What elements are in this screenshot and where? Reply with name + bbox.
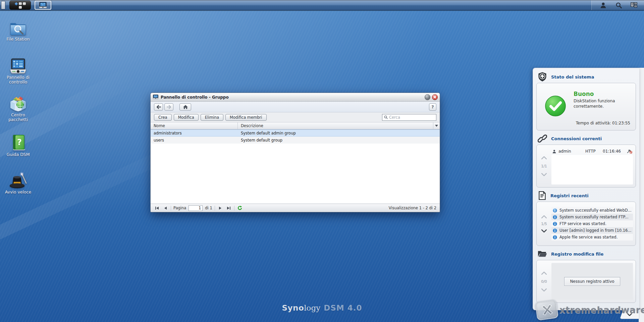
search-icon <box>615 2 622 9</box>
delete-button[interactable]: Elimina <box>201 114 223 121</box>
back-button[interactable] <box>154 103 163 111</box>
page-input[interactable] <box>189 205 203 211</box>
divider <box>171 206 171 211</box>
prev-page-button[interactable] <box>162 205 168 211</box>
page-up-button[interactable] <box>541 272 547 275</box>
log-row[interactable]: System successfully enabled WebD... <box>551 207 633 214</box>
desktop-icon-dsm-help[interactable]: ? Guida DSM <box>0 134 36 157</box>
user-menu-button[interactable] <box>596 1 610 10</box>
taskbar-item-control-panel[interactable] <box>35 1 51 10</box>
window-actionbar: Crea Modifica Elimina Modifica membri <box>151 112 440 122</box>
menu-square-icon <box>23 2 26 5</box>
page-up-button[interactable] <box>541 215 547 218</box>
edit-button[interactable]: Modifica <box>174 114 199 121</box>
home-button[interactable] <box>179 103 191 111</box>
pagination-bar: Pagina di 1 Visualizzazione <box>151 204 440 212</box>
disconnect-icon[interactable] <box>627 149 632 154</box>
first-page-button[interactable] <box>154 205 160 211</box>
edit-members-button[interactable]: Modifica membri <box>225 114 266 121</box>
log-row[interactable]: Apple file service was started. <box>551 234 633 240</box>
connections-empty-area <box>551 155 633 184</box>
divider <box>215 206 215 211</box>
refresh-button[interactable] <box>237 205 243 211</box>
section-recent-logs: Registri recenti <box>536 190 636 202</box>
search-box[interactable] <box>382 114 436 121</box>
file-station-icon <box>9 19 27 36</box>
file-change-log-card: 0/0 Nessun registro attivo <box>536 260 636 303</box>
log-row[interactable]: System successfully restarted FTP... <box>551 214 633 220</box>
page-label: Pagina <box>173 206 186 210</box>
logs-pager: 1/5 <box>541 222 547 226</box>
link-icon <box>538 134 547 143</box>
log-text: Apple file service was started. <box>559 235 618 239</box>
page-down-button[interactable] <box>541 229 547 232</box>
main-menu-button[interactable] <box>9 1 31 10</box>
desktop-icon-control-panel[interactable]: Pannello di controllo <box>0 57 36 85</box>
system-health-card: Buono DiskStation funziona correttamente… <box>536 83 636 130</box>
forward-arrow-icon <box>167 105 171 109</box>
next-page-button[interactable] <box>217 205 223 211</box>
table-row[interactable]: users System default group <box>151 137 440 144</box>
pagination-status: Visualizzazione 1 - 2 di 2 <box>389 206 436 210</box>
cell-nome: administrators <box>151 131 238 136</box>
taskbar-right-tray <box>591 0 644 10</box>
page-of-label: di 1 <box>205 206 212 210</box>
log-document-icon <box>538 191 546 200</box>
shield-icon <box>538 72 547 82</box>
show-desktop-button[interactable] <box>1 1 5 9</box>
log-row[interactable]: FTP service was started. <box>551 220 633 227</box>
log-list: System successfully enabled WebD... Syst… <box>551 202 636 246</box>
connections-list: admin HTTP 01:16:46 <box>551 145 636 187</box>
connections-pager: 1/1 <box>541 164 547 168</box>
top-taskbar <box>0 0 644 10</box>
page-up-button[interactable] <box>541 156 547 159</box>
desktop-icon-label: Centro pacchetti <box>3 113 34 122</box>
page-down-button[interactable] <box>541 288 547 291</box>
window-title: Pannello di controllo - Gruppo <box>161 95 229 100</box>
last-page-button[interactable] <box>226 205 232 211</box>
desktop: File Station Pannello di controllo <box>0 0 644 322</box>
panel-edge-strip <box>639 68 644 322</box>
log-text: System successfully restarted FTP... <box>559 215 629 219</box>
pilot-view-button[interactable] <box>627 1 641 10</box>
health-status: Buono <box>574 91 594 97</box>
no-active-log-button[interactable]: Nessun registro attivo <box>564 277 620 286</box>
desktop-icon-package-center[interactable]: Centro pacchetti <box>0 95 36 122</box>
file-log-empty-area: Nessun registro attivo <box>551 263 633 300</box>
table-header: Nome Descrizione <box>151 122 440 129</box>
forward-button[interactable] <box>164 103 173 111</box>
log-row[interactable]: User [admin] logged in from [10.16... <box>551 227 633 234</box>
window-titlebar[interactable]: Pannello di controllo - Gruppo <box>151 93 440 102</box>
column-menu-button[interactable] <box>433 122 440 129</box>
home-icon <box>183 105 188 109</box>
connections-card: 1/1 admin HTTP 01:16:46 <box>536 145 636 187</box>
section-title: Registri recenti <box>550 193 589 198</box>
minimize-button[interactable] <box>425 94 430 100</box>
create-button[interactable]: Crea <box>154 114 172 121</box>
connection-user: admin <box>558 149 583 154</box>
chevron-down-icon <box>435 125 438 127</box>
section-connections: Connessioni correnti <box>536 132 636 145</box>
search-button[interactable] <box>612 1 625 10</box>
next-page-icon <box>219 206 222 210</box>
table-row[interactable]: administrators System default admin grou… <box>151 129 440 137</box>
search-input[interactable] <box>389 115 434 120</box>
user-icon <box>600 2 607 9</box>
desktop-icon-quick-start[interactable]: Avvio veloce <box>0 172 36 195</box>
help-button[interactable]: ? <box>429 103 436 111</box>
section-title: Connessioni correnti <box>551 136 602 141</box>
refresh-icon <box>237 206 242 210</box>
close-button[interactable] <box>432 94 438 100</box>
panel-collapse-tab[interactable] <box>620 310 639 319</box>
window-control-panel-group: Pannello di controllo - Gruppo <box>151 93 440 212</box>
page-down-button[interactable] <box>541 173 547 176</box>
connection-protocol: HTTP <box>585 149 601 154</box>
dsm-help-icon: ? <box>10 134 26 151</box>
close-icon <box>432 94 438 100</box>
connection-row[interactable]: admin HTTP 01:16:46 <box>551 148 633 155</box>
column-header-descrizione[interactable]: Descrizione <box>238 122 433 129</box>
cell-descrizione: System default admin group <box>238 131 440 136</box>
user-icon <box>552 149 556 154</box>
desktop-icon-file-station[interactable]: File Station <box>0 19 36 42</box>
column-header-nome[interactable]: Nome <box>151 122 238 129</box>
